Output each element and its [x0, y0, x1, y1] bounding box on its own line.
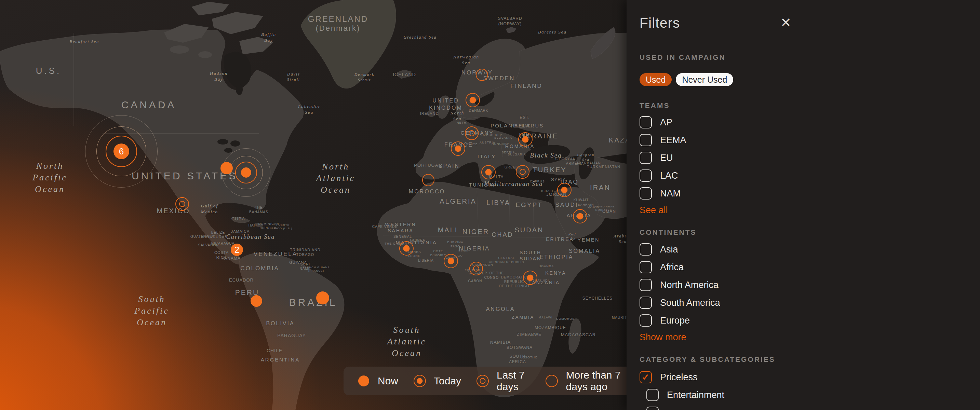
category-checkbox-list: ✓PricelessEntertainment [640, 371, 724, 410]
checkbox-unchecked[interactable] [640, 314, 652, 327]
cluster-count: 6 [113, 143, 129, 159]
checkbox-unchecked[interactable] [646, 389, 659, 401]
checkbox-label: LAC [660, 170, 678, 181]
marker-ring [469, 130, 475, 136]
checkbox-row-europe[interactable]: Europe [640, 314, 720, 327]
checkbox-label: NAM [660, 188, 681, 199]
panel-title: Filters [640, 15, 680, 31]
checkbox-row-south-america[interactable]: South America [640, 297, 720, 309]
teams-checkbox-list: APEEMAEULACNAM [640, 116, 686, 200]
checkbox-row-asia[interactable]: Asia [640, 243, 720, 256]
checkbox-row-ap[interactable]: AP [640, 116, 686, 129]
checkbox-unchecked[interactable] [640, 116, 652, 129]
checkbox-label: Entertainment [667, 390, 724, 400]
checkbox-row-nam[interactable]: NAM [640, 187, 686, 200]
today-dot [455, 146, 461, 152]
checkbox-row-eu[interactable]: EU [640, 152, 686, 164]
today-dot [522, 136, 529, 143]
legend-label: More than 7 days ago [566, 369, 634, 393]
close-icon[interactable]: ✕ [778, 15, 793, 30]
legend-item-last7: Last 7 days [477, 369, 530, 393]
marker-ring [520, 169, 526, 175]
checkbox-row-africa[interactable]: Africa [640, 261, 720, 273]
legend-label: Today [434, 375, 461, 387]
section-header-category: CATEGORY & SUBCATEGORIES [640, 355, 775, 364]
now-dot [221, 162, 233, 174]
checkbox-label: Asia [660, 244, 678, 255]
checkbox-label: AP [660, 117, 672, 128]
marker-ring [476, 69, 488, 81]
today-dot [577, 213, 584, 220]
legend-item-now: Now [358, 375, 398, 387]
checkbox-label: Europe [660, 315, 690, 326]
marker-ring [422, 174, 434, 186]
checkbox-row-eema[interactable]: EEMA [640, 134, 686, 146]
checkbox-unchecked[interactable] [640, 134, 652, 146]
legend-label: Now [378, 375, 398, 387]
checkbox-unchecked[interactable] [646, 407, 659, 410]
today-dot [403, 245, 410, 252]
today-legend-icon [414, 375, 426, 387]
used-filter-pill-used[interactable]: Used [640, 73, 672, 86]
today-dot [470, 97, 476, 103]
checkbox-label: Priceless [660, 372, 698, 383]
checkbox-unchecked[interactable] [640, 243, 652, 256]
checkbox-label: Africa [660, 262, 684, 273]
checkbox-label: EEMA [660, 135, 686, 146]
checkbox-checked[interactable]: ✓ [640, 371, 652, 383]
checkbox-label: EU [660, 153, 673, 163]
section-header-used-in-campaign: USED IN CAMPAIGN [640, 53, 726, 62]
checkbox-row-lac[interactable]: LAC [640, 170, 686, 182]
checkbox-unchecked[interactable] [640, 170, 652, 182]
section-header-continents: CONTINENTS [640, 228, 697, 237]
marker-ring [473, 265, 479, 272]
checkbox-unchecked[interactable] [640, 297, 652, 309]
cluster-count [241, 167, 251, 178]
continents-show-more-link[interactable]: Show more [640, 332, 686, 343]
checkbox-unchecked[interactable] [640, 187, 652, 200]
teams-see-all-link[interactable]: See all [640, 205, 668, 216]
marker-ring [179, 201, 185, 207]
checkbox-unchecked[interactable] [640, 279, 652, 291]
older-legend-icon [546, 375, 557, 387]
now-dot [251, 295, 262, 307]
now-dot [316, 291, 329, 304]
legend-label: Last 7 days [497, 369, 530, 393]
checkbox-row-north-america[interactable]: North America [640, 279, 720, 291]
now-legend-icon [358, 375, 369, 387]
legend-item-older: More than 7 days ago [546, 369, 634, 393]
checkbox-row-blank[interactable] [646, 407, 724, 410]
checkbox-label: South America [660, 297, 720, 308]
checkbox-unchecked[interactable] [640, 261, 652, 273]
continents-checkbox-list: AsiaAfricaNorth AmericaSouth AmericaEuro… [640, 243, 720, 327]
today-dot [448, 258, 454, 264]
checkbox-row-priceless[interactable]: ✓Priceless [640, 371, 724, 383]
checkbox-row-entertainment[interactable]: Entertainment [646, 389, 724, 401]
map-legend: NowTodayLast 7 daysMore than 7 days ago [344, 367, 634, 395]
section-header-teams: TEAMS [640, 102, 670, 110]
checkbox-label: North America [660, 280, 719, 291]
used-filter-pill-never-used[interactable]: Never Used [676, 73, 733, 86]
cluster-count: 2 [231, 244, 243, 256]
filters-panel: Filters ✕ USED IN CAMPAIGN UsedNever Use… [627, 0, 980, 410]
legend-item-today: Today [414, 375, 461, 387]
today-dot [561, 187, 568, 193]
last7-legend-icon [477, 375, 488, 387]
used-pill-group: UsedNever Used [640, 73, 733, 86]
checkbox-unchecked[interactable] [640, 152, 652, 164]
today-dot [527, 275, 534, 281]
today-dot [485, 169, 492, 176]
